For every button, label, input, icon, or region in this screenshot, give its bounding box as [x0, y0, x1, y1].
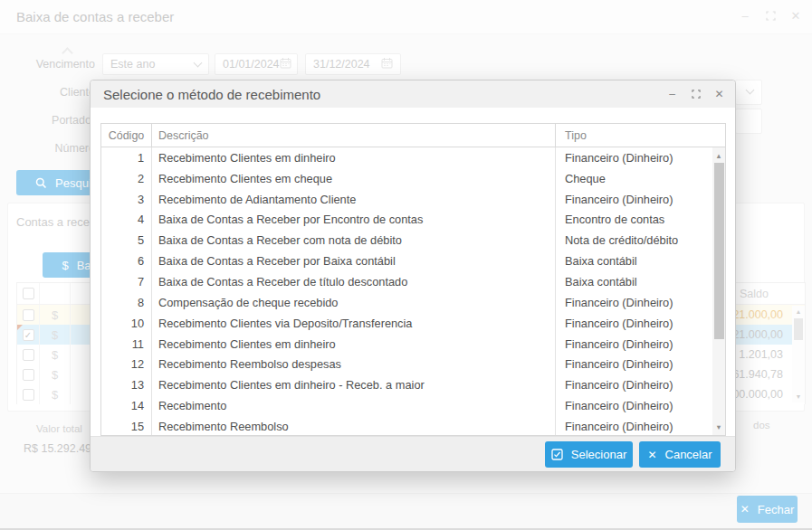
metodo-codigo: 3: [101, 189, 152, 210]
metodo-tipo: Financeiro (Dinheiro): [556, 189, 712, 210]
metodo-descricao: Recebimento: [152, 395, 556, 416]
app-screen: Baixa de contas a receber – ✕ Vencimento…: [0, 0, 812, 530]
metodo-list-scrollbar[interactable]: ▲ ▼: [712, 147, 725, 435]
metodo-descricao: Recebimento Reembolso despesas: [152, 354, 556, 374]
selecionar-button[interactable]: Selecionar: [545, 441, 633, 468]
metodo-descricao: Recebimento Reembolso: [152, 416, 556, 435]
metodo-row[interactable]: 1Recebimento Clientes em dinheiroFinance…: [101, 147, 712, 168]
metodo-tipo: Financeiro (Dinheiro): [556, 416, 712, 435]
metodo-row[interactable]: 8Compensação de cheque recebidoFinanceir…: [101, 292, 712, 313]
metodo-row[interactable]: 3Recebimento de Adiantamento ClienteFina…: [101, 189, 712, 210]
dialog-minimize-icon[interactable]: –: [665, 88, 679, 101]
metodo-row[interactable]: 6Baixa de Contas a Receber por Baixa con…: [101, 251, 712, 271]
column-header-tipo: Tipo: [556, 124, 725, 147]
metodo-tipo: Financeiro (Dinheiro): [556, 147, 712, 168]
metodo-row[interactable]: 13Recebimento Clientes em dinheiro - Rec…: [101, 374, 712, 395]
metodo-tipo: Financeiro (Dinheiro): [556, 334, 712, 355]
scroll-down-icon[interactable]: ▼: [715, 423, 721, 431]
dialog-maximize-icon[interactable]: [689, 88, 702, 101]
metodo-descricao: Recebimento Clientes em dinheiro: [152, 147, 556, 168]
metodo-recebimento-dialog: Selecione o método de recebimento – ✕ Có…: [90, 80, 736, 472]
metodo-codigo: 13: [101, 374, 152, 395]
metodo-codigo: 1: [101, 147, 152, 168]
metodo-codigo: 15: [101, 416, 152, 435]
metodo-codigo: 7: [101, 271, 152, 292]
metodo-descricao: Baixa de Contas a Receber por Baixa cont…: [152, 251, 556, 271]
metodo-tipo: Financeiro (Dinheiro): [556, 313, 712, 334]
scroll-up-icon[interactable]: ▲: [715, 152, 721, 160]
metodo-descricao: Baixa de Contas a Receber de título desc…: [152, 271, 556, 292]
metodo-tipo: Financeiro (Dinheiro): [556, 354, 712, 374]
metodo-row[interactable]: 14RecebimentoFinanceiro (Dinheiro): [101, 395, 712, 416]
metodo-row[interactable]: 15Recebimento ReembolsoFinanceiro (Dinhe…: [101, 416, 712, 435]
metodo-codigo: 14: [101, 395, 152, 416]
metodo-descricao: Compensação de cheque recebido: [152, 292, 556, 313]
metodo-tipo: Baixa contábil: [556, 251, 712, 271]
metodo-tipo: Baixa contábil: [556, 271, 712, 292]
metodo-codigo: 8: [101, 292, 152, 313]
metodo-descricao: Recebimento Clientes em dinheiro: [152, 334, 556, 355]
cancelar-button[interactable]: ✕ Cancelar: [639, 441, 721, 468]
metodo-codigo: 4: [101, 210, 152, 231]
metodo-row[interactable]: 4Baixa de Contas a Receber por Encontro …: [101, 210, 712, 231]
column-header-codigo: Código: [101, 124, 152, 147]
metodo-tipo: Financeiro (Dinheiro): [556, 292, 712, 313]
metodo-codigo: 5: [101, 230, 152, 251]
metodo-row[interactable]: 10Recebimento Clientes via Deposito/Tran…: [101, 313, 712, 334]
metodo-descricao: Recebimento de Adiantamento Cliente: [152, 189, 556, 210]
dialog-close-icon[interactable]: ✕: [712, 88, 726, 101]
metodo-tipo: Cheque: [556, 168, 712, 189]
metodo-codigo: 12: [101, 354, 152, 374]
metodo-row[interactable]: 11Recebimento Clientes em dinheiroFinanc…: [101, 334, 712, 355]
dialog-title: Selecione o método de recebimento: [103, 87, 320, 102]
metodo-codigo: 11: [101, 334, 152, 355]
metodo-tipo: Encontro de contas: [556, 210, 712, 231]
metodo-codigo: 10: [101, 313, 152, 334]
dialog-footer: Selecionar ✕ Cancelar: [91, 436, 735, 471]
metodo-table-header: Código Descrição Tipo: [101, 124, 725, 147]
metodo-descricao: Recebimento Clientes em dinheiro - Receb…: [152, 374, 556, 395]
metodo-tipo: Financeiro (Dinheiro): [556, 395, 712, 416]
selecionar-label: Selecionar: [571, 448, 626, 461]
metodo-tipo: Financeiro (Dinheiro): [556, 374, 712, 395]
metodo-table: Código Descrição Tipo 1Recebimento Clien…: [100, 123, 726, 436]
cancelar-label: Cancelar: [665, 448, 712, 461]
metodo-row[interactable]: 5Baixa de Contas a Receber com nota de d…: [101, 230, 712, 251]
metodo-codigo: 2: [101, 168, 152, 189]
metodo-row[interactable]: 2Recebimento Clientes em chequeCheque: [101, 168, 712, 189]
metodo-descricao: Baixa de Contas a Receber por Encontro d…: [152, 210, 556, 231]
check-square-icon: [551, 449, 563, 460]
metodo-row[interactable]: 7Baixa de Contas a Receber de título des…: [101, 271, 712, 292]
metodo-descricao: Recebimento Clientes em cheque: [152, 168, 556, 189]
metodo-list: 1Recebimento Clientes em dinheiroFinance…: [101, 147, 712, 435]
metodo-row[interactable]: 12Recebimento Reembolso despesasFinancei…: [101, 354, 712, 374]
dialog-titlebar[interactable]: Selecione o método de recebimento – ✕: [91, 80, 735, 108]
column-header-descricao: Descrição: [152, 124, 556, 147]
metodo-codigo: 6: [101, 251, 152, 271]
metodo-descricao: Recebimento Clientes via Deposito/Transf…: [152, 313, 556, 334]
scrollbar-thumb[interactable]: [714, 163, 724, 339]
metodo-tipo: Nota de crédito/débito: [556, 230, 712, 251]
metodo-descricao: Baixa de Contas a Receber com nota de dé…: [152, 230, 556, 251]
close-icon: ✕: [647, 449, 656, 461]
